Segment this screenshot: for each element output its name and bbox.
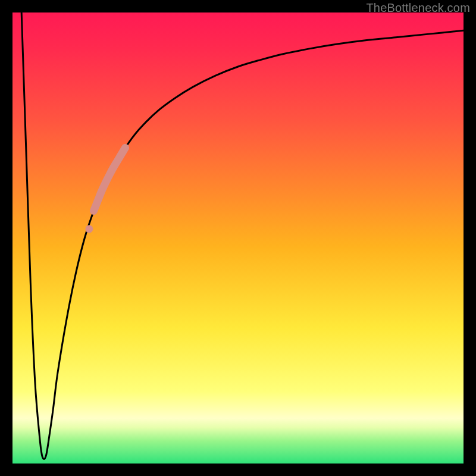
chart-stage: TheBottleneck.com: [0, 0, 476, 476]
curve-highlight-dot: [85, 225, 93, 233]
curve-highlight-segment: [93, 148, 125, 211]
plot-area: [12, 12, 464, 464]
bottleneck-curve: [21, 12, 464, 459]
curve-svg: [12, 12, 464, 464]
